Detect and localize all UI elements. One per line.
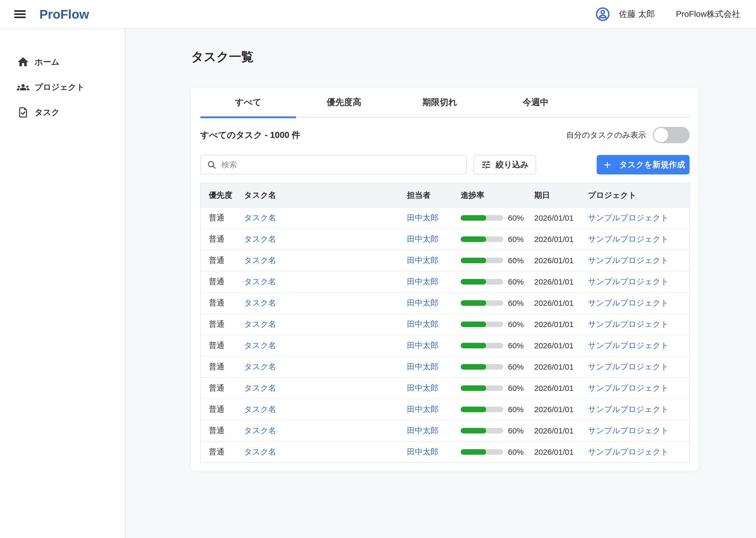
assignee-link[interactable]: 田中太郎 bbox=[407, 362, 438, 371]
progress-value: 60% bbox=[508, 384, 524, 393]
due-date-cell: 2026/01/01 bbox=[534, 448, 588, 457]
search-input[interactable] bbox=[221, 160, 460, 169]
project-link[interactable]: サンプルプロジェクト bbox=[588, 256, 669, 265]
assignee-link[interactable]: 田中太郎 bbox=[407, 341, 438, 350]
progress-bar bbox=[461, 407, 503, 412]
search-box bbox=[200, 155, 467, 175]
my-tasks-toggle-group: 自分のタスクのみ表示 bbox=[566, 127, 689, 143]
priority-cell: 普通 bbox=[209, 340, 244, 351]
progress-bar-fill bbox=[461, 449, 486, 455]
project-link[interactable]: サンプルプロジェクト bbox=[588, 320, 669, 328]
project-link[interactable]: サンプルプロジェクト bbox=[588, 277, 669, 286]
priority-cell: 普通 bbox=[209, 234, 244, 244]
create-task-button[interactable]: ＋ タスクを新規作成 bbox=[597, 155, 689, 175]
project-link[interactable]: サンプルプロジェクト bbox=[588, 235, 669, 243]
tune-icon bbox=[481, 159, 492, 170]
priority-cell: 普通 bbox=[209, 361, 244, 372]
sidebar-item-projects[interactable]: プロジェクト bbox=[0, 75, 125, 100]
user-name: 佐藤 太郎 bbox=[619, 8, 655, 20]
progress-cell: 60% bbox=[461, 384, 534, 393]
table-header-row: 優先度 タスク名 担当者 進捗率 期日 プロジェクト bbox=[201, 183, 689, 207]
progress-cell: 60% bbox=[461, 426, 534, 435]
sidebar-item-label: ホーム bbox=[35, 56, 59, 68]
progress-cell: 60% bbox=[461, 448, 534, 457]
filter-button-label: 絞り込み bbox=[496, 159, 528, 170]
app-logo[interactable]: ProFlow bbox=[39, 7, 89, 22]
due-date-cell: 2026/01/01 bbox=[534, 320, 588, 329]
project-link[interactable]: サンプルプロジェクト bbox=[588, 213, 669, 222]
user-avatar-icon[interactable] bbox=[595, 7, 610, 22]
main-content: タスク一覧 すべて 優先度高 期限切れ 今週中 すべてのタスク - 1000 件… bbox=[125, 29, 756, 538]
task-name-link[interactable]: タスク名 bbox=[244, 235, 276, 243]
progress-cell: 60% bbox=[461, 320, 534, 329]
table-row: 普通 タスク名 田中太郎 60% 2026/01/01 サンプルプロジェクト bbox=[201, 399, 689, 420]
tab-all[interactable]: すべて bbox=[200, 88, 296, 117]
assignee-link[interactable]: 田中太郎 bbox=[407, 426, 438, 435]
tab-overdue[interactable]: 期限切れ bbox=[392, 88, 488, 117]
toggle-label: 自分のタスクのみ表示 bbox=[566, 130, 646, 140]
project-link[interactable]: サンプルプロジェクト bbox=[588, 447, 669, 456]
column-header-project: プロジェクト bbox=[588, 190, 681, 201]
column-header-progress: 進捗率 bbox=[461, 190, 534, 201]
task-name-link[interactable]: タスク名 bbox=[244, 256, 276, 265]
task-name-link[interactable]: タスク名 bbox=[244, 362, 276, 371]
menu-icon[interactable] bbox=[14, 10, 26, 18]
project-link[interactable]: サンプルプロジェクト bbox=[588, 341, 669, 350]
progress-bar-fill bbox=[461, 385, 486, 391]
project-link[interactable]: サンプルプロジェクト bbox=[588, 298, 669, 307]
progress-value: 60% bbox=[508, 341, 524, 350]
task-name-link[interactable]: タスク名 bbox=[244, 277, 276, 286]
tab-high-priority[interactable]: 優先度高 bbox=[296, 88, 392, 117]
project-link[interactable]: サンプルプロジェクト bbox=[588, 384, 669, 392]
task-name-link[interactable]: タスク名 bbox=[244, 447, 276, 456]
progress-value: 60% bbox=[508, 299, 524, 308]
project-link[interactable]: サンプルプロジェクト bbox=[588, 426, 669, 435]
progress-bar-fill bbox=[461, 364, 486, 370]
progress-bar-fill bbox=[461, 300, 486, 306]
assignee-link[interactable]: 田中太郎 bbox=[407, 298, 438, 307]
assignee-link[interactable]: 田中太郎 bbox=[407, 320, 438, 328]
due-date-cell: 2026/01/01 bbox=[534, 362, 588, 371]
filter-button[interactable]: 絞り込み bbox=[474, 155, 536, 175]
project-link[interactable]: サンプルプロジェクト bbox=[588, 405, 669, 413]
assignee-link[interactable]: 田中太郎 bbox=[407, 405, 438, 413]
sidebar-item-tasks[interactable]: タスク bbox=[0, 100, 125, 125]
sidebar-item-home[interactable]: ホーム bbox=[0, 49, 125, 75]
table-row: 普通 タスク名 田中太郎 60% 2026/01/01 サンプルプロジェクト bbox=[201, 441, 689, 462]
progress-bar-fill bbox=[461, 215, 486, 221]
task-name-link[interactable]: タスク名 bbox=[244, 320, 276, 328]
table-body: 普通 タスク名 田中太郎 60% 2026/01/01 サンプルプロジェクト 普… bbox=[201, 207, 689, 462]
task-table: 優先度 タスク名 担当者 進捗率 期日 プロジェクト 普通 タスク名 田中太郎 … bbox=[200, 183, 689, 463]
progress-bar bbox=[461, 322, 503, 327]
tab-this-week[interactable]: 今週中 bbox=[488, 88, 584, 117]
progress-bar bbox=[461, 449, 503, 455]
create-task-label: タスクを新規作成 bbox=[619, 159, 685, 170]
assignee-link[interactable]: 田中太郎 bbox=[407, 447, 438, 456]
task-name-link[interactable]: タスク名 bbox=[244, 341, 276, 350]
project-link[interactable]: サンプルプロジェクト bbox=[588, 362, 669, 371]
task-name-link[interactable]: タスク名 bbox=[244, 213, 276, 222]
column-header-priority: 優先度 bbox=[209, 190, 244, 201]
task-name-link[interactable]: タスク名 bbox=[244, 405, 276, 413]
assignee-link[interactable]: 田中太郎 bbox=[407, 213, 438, 222]
task-icon bbox=[17, 106, 29, 119]
assignee-link[interactable]: 田中太郎 bbox=[407, 235, 438, 243]
task-name-link[interactable]: タスク名 bbox=[244, 384, 276, 392]
due-date-cell: 2026/01/01 bbox=[534, 405, 588, 414]
assignee-link[interactable]: 田中太郎 bbox=[407, 277, 438, 286]
table-row: 普通 タスク名 田中太郎 60% 2026/01/01 サンプルプロジェクト bbox=[201, 313, 689, 335]
progress-cell: 60% bbox=[461, 277, 534, 286]
progress-value: 60% bbox=[508, 235, 524, 244]
progress-value: 60% bbox=[508, 256, 524, 265]
assignee-link[interactable]: 田中太郎 bbox=[407, 256, 438, 265]
table-row: 普通 タスク名 田中太郎 60% 2026/01/01 サンプルプロジェクト bbox=[201, 420, 689, 441]
task-count-summary: すべてのタスク - 1000 件 bbox=[200, 129, 300, 141]
my-tasks-toggle[interactable] bbox=[653, 127, 689, 143]
assignee-link[interactable]: 田中太郎 bbox=[407, 384, 438, 392]
progress-cell: 60% bbox=[461, 362, 534, 371]
task-name-link[interactable]: タスク名 bbox=[244, 298, 276, 307]
task-name-link[interactable]: タスク名 bbox=[244, 426, 276, 435]
priority-cell: 普通 bbox=[209, 213, 244, 223]
progress-cell: 60% bbox=[461, 235, 534, 244]
table-row: 普通 タスク名 田中太郎 60% 2026/01/01 サンプルプロジェクト bbox=[201, 335, 689, 356]
